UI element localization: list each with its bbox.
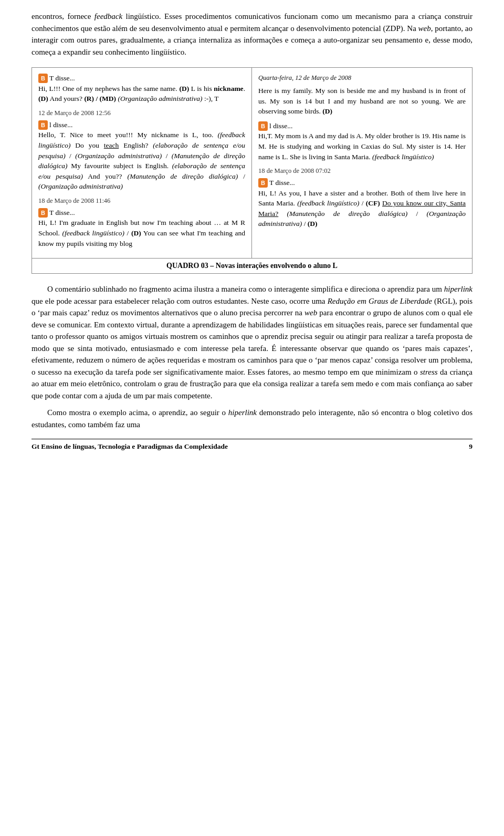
table-left-column: B T disse... Hi, L!!! One of my nephews … bbox=[32, 68, 252, 258]
chat-name-right-l: l disse... bbox=[269, 121, 292, 131]
chat-body-l-1: Hello, T. Nice to meet you!!! My nicknam… bbox=[38, 130, 245, 191]
quadro-03-table: B T disse... Hi, L!!! One of my nephews … bbox=[32, 67, 472, 274]
page-number: 9 bbox=[469, 442, 472, 451]
body-paragraph-2: Como mostra o exemplo acima, o aprendiz,… bbox=[32, 407, 472, 430]
chat-body-T-2: Hi, L! I'm graduate in English but now I… bbox=[38, 218, 245, 249]
blog-icon-l-1: B bbox=[38, 120, 48, 130]
timestamp-2: 18 de Março de 2008 11:46 bbox=[38, 196, 245, 205]
chat-entry-right-T: B T disse... Hi, L! As you, I have a sis… bbox=[258, 178, 466, 229]
blog-icon-T-2: B bbox=[38, 208, 48, 218]
date-header-right: Quarta-feira, 12 de Março de 2008 bbox=[258, 73, 466, 82]
chat-entry-T-2: B T disse... Hi, L! I'm graduate in Engl… bbox=[38, 208, 245, 249]
chat-entry-right-1: Here is my family. My son is beside me a… bbox=[258, 86, 466, 117]
bottom-bar: Gt Ensino de línguas, Tecnologia e Parad… bbox=[32, 439, 472, 451]
blog-icon-T-1: B bbox=[38, 74, 48, 83]
chat-entry-right-l: B l disse... Hi,T. My mom is A and my da… bbox=[258, 121, 466, 162]
chat-entry-l-1: B l disse... Hello, T. Nice to meet you!… bbox=[38, 120, 245, 192]
chat-header-T-2: B T disse... bbox=[38, 208, 245, 218]
chat-body-right-T: Hi, L! As you, I have a sister and a bro… bbox=[258, 188, 466, 229]
blog-icon-right-T: B bbox=[258, 178, 268, 188]
table-right-column: Quarta-feira, 12 de Março de 2008 Here i… bbox=[252, 68, 472, 258]
chat-header-right-T: B T disse... bbox=[258, 178, 466, 188]
bottom-bar-left: Gt Ensino de línguas, Tecnologia e Parad… bbox=[32, 442, 228, 451]
body-paragraph-1: O comentário sublinhado no fragmento aci… bbox=[32, 283, 472, 401]
chat-name-right-T: T disse... bbox=[269, 178, 295, 188]
chat-header-T-1: B T disse... bbox=[38, 73, 245, 84]
timestamp-1: 12 de Março de 2008 12:56 bbox=[38, 108, 245, 118]
chat-entry-T-1: B T disse... Hi, L!!! One of my nephews … bbox=[38, 73, 245, 104]
table-caption: QUADRO 03 – Novas interações envolvendo … bbox=[32, 258, 472, 273]
blog-icon-right-l: B bbox=[258, 121, 268, 131]
chat-body-right-l: Hi,T. My mom is A and my dad is A. My ol… bbox=[258, 131, 466, 162]
intro-paragraph: encontros, fornece feedback lingüístico.… bbox=[32, 11, 472, 58]
chat-header-l-1: B l disse... bbox=[38, 120, 245, 130]
table-content-row: B T disse... Hi, L!!! One of my nephews … bbox=[32, 68, 472, 258]
chat-name-l-1: l disse... bbox=[49, 120, 72, 130]
chat-body-right-1: Here is my family. My son is beside me a… bbox=[258, 86, 466, 117]
timestamp-right-1: 18 de Março de 2008 07:02 bbox=[258, 166, 466, 176]
chat-name-T-2: T disse... bbox=[49, 208, 75, 218]
chat-header-right-l: B l disse... bbox=[258, 121, 466, 131]
chat-name-T-1: T disse... bbox=[49, 73, 75, 84]
chat-body-T-1: Hi, L!!! One of my nephews has the same … bbox=[38, 84, 245, 104]
